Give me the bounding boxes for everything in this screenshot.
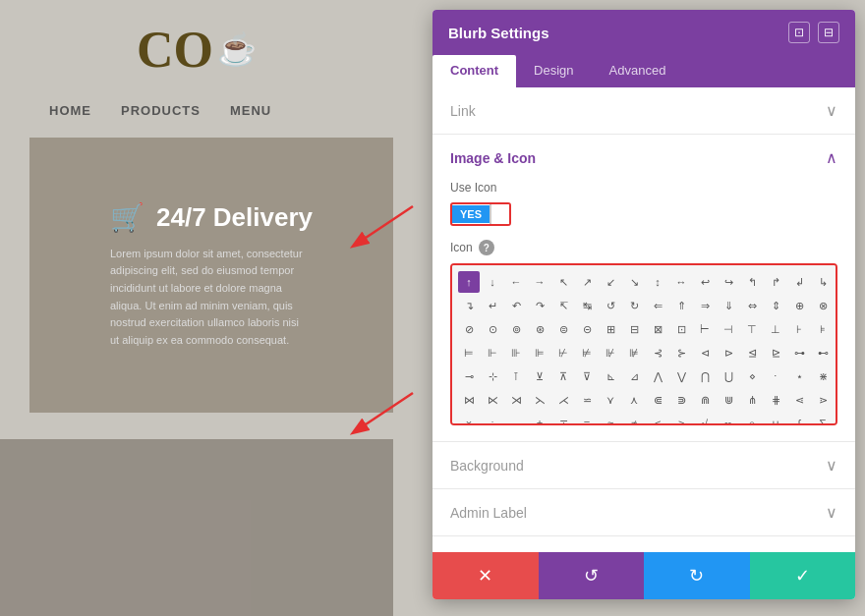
use-icon-toggle[interactable]: YES: [450, 202, 511, 226]
icon-cell-44[interactable]: ⊤: [741, 318, 763, 340]
icon-cell-62[interactable]: ⊶: [788, 342, 810, 364]
icon-cell-6[interactable]: ↙: [600, 271, 621, 293]
icon-cell-0[interactable]: ↑: [458, 271, 480, 293]
icon-cell-91[interactable]: ⋓: [718, 389, 739, 411]
icon-cell-12[interactable]: ↰: [741, 271, 763, 293]
icon-cell-80[interactable]: ⋈: [458, 389, 480, 411]
icon-cell-99[interactable]: ±: [529, 413, 550, 425]
icon-cell-35[interactable]: ⊛: [529, 318, 550, 340]
icon-cell-52[interactable]: ⊬: [552, 342, 574, 364]
icon-cell-16[interactable]: ↴: [458, 295, 480, 316]
icon-cell-8[interactable]: ↕: [647, 271, 668, 293]
icon-cell-15[interactable]: ↳: [812, 271, 834, 293]
icon-cell-67[interactable]: ⊻: [529, 365, 550, 387]
icon-cell-50[interactable]: ⊪: [505, 342, 527, 364]
icon-cell-60[interactable]: ⊴: [741, 342, 763, 364]
icon-cell-107[interactable]: ∞: [718, 413, 739, 425]
icon-help-button[interactable]: ?: [479, 240, 494, 255]
icon-cell-53[interactable]: ⊭: [576, 342, 598, 364]
icon-cell-42[interactable]: ⊢: [694, 318, 716, 340]
icon-cell-36[interactable]: ⊜: [552, 318, 574, 340]
icon-cell-24[interactable]: ⇐: [647, 295, 668, 316]
icon-cell-105[interactable]: ≥: [670, 413, 692, 425]
icon-cell-69[interactable]: ⊽: [576, 365, 598, 387]
undo-button[interactable]: ↺: [539, 552, 645, 599]
icon-cell-74[interactable]: ⋂: [694, 365, 716, 387]
icon-cell-9[interactable]: ↔: [670, 271, 692, 293]
icon-cell-73[interactable]: ⋁: [670, 365, 692, 387]
icon-cell-84[interactable]: ⋌: [552, 389, 574, 411]
icon-cell-94[interactable]: ⋖: [788, 389, 810, 411]
icon-cell-77[interactable]: ⋅: [765, 365, 786, 387]
icon-cell-32[interactable]: ⊘: [458, 318, 480, 340]
icon-cell-5[interactable]: ↗: [576, 271, 598, 293]
icon-cell-100[interactable]: ∓: [552, 413, 574, 425]
icon-cell-66[interactable]: ⊺: [505, 365, 527, 387]
icon-cell-102[interactable]: ≈: [600, 413, 621, 425]
icon-cell-72[interactable]: ⋀: [647, 365, 668, 387]
icon-cell-34[interactable]: ⊚: [505, 318, 527, 340]
icon-cell-21[interactable]: ↹: [576, 295, 598, 316]
icon-cell-110[interactable]: ∫: [788, 413, 810, 425]
icon-cell-92[interactable]: ⋔: [741, 389, 763, 411]
icon-cell-1[interactable]: ↓: [482, 271, 503, 293]
icon-cell-29[interactable]: ⇕: [765, 295, 786, 316]
cancel-button[interactable]: ✕: [432, 552, 539, 599]
icon-cell-109[interactable]: ∪: [765, 413, 786, 425]
icon-cell-79[interactable]: ⋇: [812, 365, 834, 387]
icon-cell-96[interactable]: ×: [458, 413, 480, 425]
icon-cell-27[interactable]: ⇓: [718, 295, 739, 316]
icon-cell-47[interactable]: ⊧: [812, 318, 834, 340]
icon-cell-82[interactable]: ⋊: [505, 389, 527, 411]
resize-icon[interactable]: ⊡: [788, 22, 810, 43]
icon-cell-93[interactable]: ⋕: [765, 389, 786, 411]
section-admin-label-header[interactable]: Admin Label ∨: [432, 489, 855, 535]
icon-cell-54[interactable]: ⊮: [600, 342, 621, 364]
icon-cell-38[interactable]: ⊞: [600, 318, 621, 340]
icon-cell-25[interactable]: ⇑: [670, 295, 692, 316]
icon-cell-31[interactable]: ⊗: [812, 295, 834, 316]
icon-cell-40[interactable]: ⊠: [647, 318, 668, 340]
icon-cell-108[interactable]: ∩: [741, 413, 763, 425]
icon-cell-104[interactable]: ≤: [647, 413, 668, 425]
redo-button[interactable]: ↻: [644, 552, 750, 599]
save-button[interactable]: ✓: [750, 552, 856, 599]
icon-cell-18[interactable]: ↶: [505, 295, 527, 316]
icon-cell-78[interactable]: ⋆: [788, 365, 810, 387]
icon-cell-26[interactable]: ⇒: [694, 295, 716, 316]
icon-cell-11[interactable]: ↪: [718, 271, 739, 293]
section-link-header[interactable]: Link ∨: [432, 87, 855, 134]
icon-cell-98[interactable]: −: [505, 413, 527, 425]
icon-cell-76[interactable]: ⋄: [741, 365, 763, 387]
icon-cell-49[interactable]: ⊩: [482, 342, 503, 364]
icon-cell-39[interactable]: ⊟: [623, 318, 645, 340]
icon-cell-111[interactable]: ∑: [812, 413, 834, 425]
icon-cell-87[interactable]: ⋏: [623, 389, 645, 411]
icon-cell-48[interactable]: ⊨: [458, 342, 480, 364]
icon-cell-106[interactable]: √: [694, 413, 716, 425]
icon-cell-30[interactable]: ⊕: [788, 295, 810, 316]
icon-cell-17[interactable]: ↵: [482, 295, 503, 316]
layout-icon[interactable]: ⊟: [818, 22, 839, 43]
icon-cell-4[interactable]: ↖: [552, 271, 574, 293]
icon-cell-57[interactable]: ⊱: [670, 342, 692, 364]
icon-cell-28[interactable]: ⇔: [741, 295, 763, 316]
icon-cell-71[interactable]: ⊿: [623, 365, 645, 387]
icon-cell-103[interactable]: ≠: [623, 413, 645, 425]
icon-cell-41[interactable]: ⊡: [670, 318, 692, 340]
tab-design[interactable]: Design: [516, 55, 591, 87]
tab-advanced[interactable]: Advanced: [592, 55, 684, 87]
icon-cell-63[interactable]: ⊷: [812, 342, 834, 364]
icon-cell-43[interactable]: ⊣: [718, 318, 739, 340]
tab-content[interactable]: Content: [432, 55, 516, 87]
icon-cell-95[interactable]: ⋗: [812, 389, 834, 411]
icon-cell-97[interactable]: ÷: [482, 413, 503, 425]
icon-cell-10[interactable]: ↩: [694, 271, 716, 293]
icon-cell-7[interactable]: ↘: [623, 271, 645, 293]
icon-cell-61[interactable]: ⊵: [765, 342, 786, 364]
section-background-header[interactable]: Background ∨: [432, 442, 855, 488]
icon-cell-23[interactable]: ↻: [623, 295, 645, 316]
icon-cell-68[interactable]: ⊼: [552, 365, 574, 387]
icon-cell-75[interactable]: ⋃: [718, 365, 739, 387]
icon-cell-101[interactable]: ≡: [576, 413, 598, 425]
